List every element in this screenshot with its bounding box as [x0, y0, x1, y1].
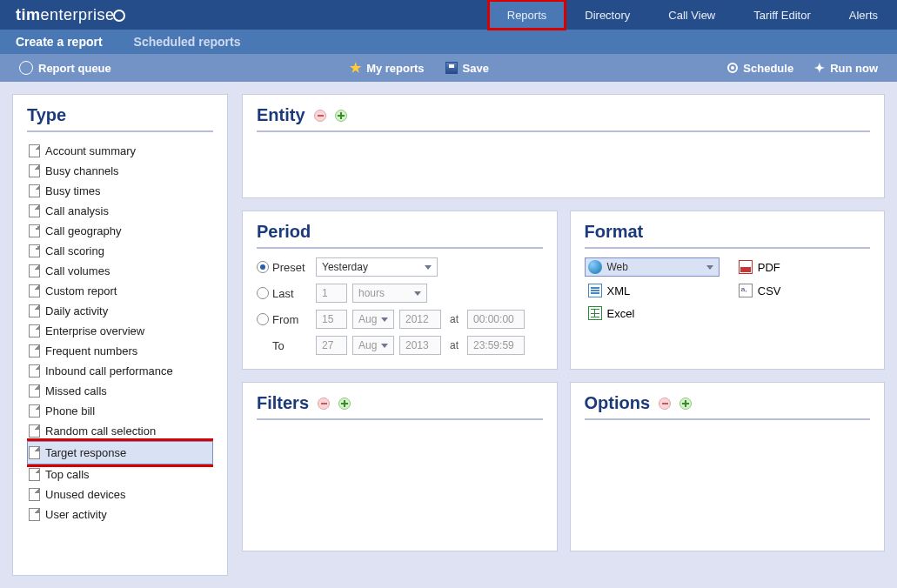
type-list[interactable]: Account summaryBusy channelsBusy timesCa… — [27, 141, 213, 560]
document-icon — [29, 244, 40, 257]
top-tab-alerts[interactable]: Alerts — [830, 0, 897, 30]
schedule-button[interactable]: Schedule — [720, 62, 800, 75]
excel-icon — [588, 306, 602, 320]
type-item-inbound-call-performance[interactable]: Inbound call performance — [27, 361, 213, 381]
type-item-frequent-numbers[interactable]: Frequent numbers — [27, 341, 213, 361]
remove-icon[interactable] — [659, 398, 671, 410]
format-pdf[interactable]: PDF — [735, 257, 870, 277]
format-label: XML — [607, 284, 631, 297]
period-format-row: Period Preset Yesterday Last 1 hours — [242, 210, 885, 370]
web-icon — [588, 260, 602, 274]
type-item-label: Call scoring — [45, 244, 104, 257]
type-item-unused-devices[interactable]: Unused devices — [27, 484, 213, 504]
remove-icon[interactable] — [318, 398, 330, 410]
period-last-unit[interactable]: hours — [352, 284, 427, 303]
report-queue-button[interactable]: Report queue — [12, 61, 118, 75]
type-item-call-volumes[interactable]: Call volumes — [27, 261, 213, 281]
type-item-label: Custom report — [45, 284, 117, 297]
type-item-enterprise-overview[interactable]: Enterprise overview — [27, 321, 213, 341]
sub-tab-create-a-report[interactable]: Create a report — [0, 30, 118, 54]
type-item-label: Frequent numbers — [45, 344, 137, 357]
from-day[interactable]: 15 — [316, 310, 347, 329]
type-item-label: Random call selection — [45, 424, 156, 438]
options-header: Options — [585, 393, 871, 420]
period-from-radio[interactable] — [257, 313, 269, 325]
type-item-call-analysis[interactable]: Call analysis — [27, 201, 213, 221]
type-item-label: User activity — [45, 508, 107, 521]
my-reports-button[interactable]: ★ My reports — [343, 60, 431, 76]
to-month[interactable]: Aug — [352, 336, 394, 355]
toolbar: Report queue ★ My reports Save Schedule … — [0, 54, 897, 82]
from-time[interactable]: 00:00:00 — [467, 310, 525, 329]
format-label: Web — [607, 261, 628, 273]
type-item-call-geography[interactable]: Call geography — [27, 221, 213, 241]
period-last-radio[interactable] — [257, 287, 269, 299]
type-item-busy-times[interactable]: Busy times — [27, 181, 213, 201]
to-at: at — [446, 339, 462, 351]
type-item-label: Call analysis — [45, 204, 109, 217]
document-icon — [29, 264, 40, 277]
type-item-custom-report[interactable]: Custom report — [27, 281, 213, 301]
top-tab-tariff-editor[interactable]: Tariff Editor — [734, 0, 830, 30]
to-time[interactable]: 23:59:59 — [467, 336, 525, 355]
type-item-call-scoring[interactable]: Call scoring — [27, 241, 213, 261]
brand-bold: tim — [16, 6, 41, 23]
filters-options-row: Filters Options — [242, 382, 885, 551]
brand-light: enterprise — [41, 6, 115, 23]
type-item-target-response[interactable]: Target response — [27, 441, 213, 464]
period-preset-select[interactable]: Yesterday — [316, 257, 438, 277]
type-item-missed-calls[interactable]: Missed calls — [27, 381, 213, 401]
type-item-daily-activity[interactable]: Daily activity — [27, 301, 213, 321]
entity-header: Entity — [257, 105, 870, 132]
format-panel: Format WebPDFXMLCSVExcel — [570, 210, 886, 370]
top-tab-call-view[interactable]: Call View — [649, 0, 734, 30]
report-queue-label: Report queue — [38, 62, 111, 75]
type-item-label: Busy times — [45, 184, 101, 197]
type-item-label: Phone bill — [45, 404, 95, 418]
content-area: Entity Period Preset Yesterday Last — [242, 94, 885, 576]
sub-navbar: Create a reportScheduled reports — [0, 30, 897, 54]
period-header: Period — [257, 222, 543, 249]
type-item-phone-bill[interactable]: Phone bill — [27, 401, 213, 421]
brand-oval-icon — [113, 10, 125, 22]
top-tab-directory[interactable]: Directory — [566, 0, 649, 30]
from-month[interactable]: Aug — [352, 310, 394, 329]
my-reports-label: My reports — [366, 62, 424, 75]
format-excel[interactable]: Excel — [585, 304, 720, 322]
brand-logo: timenterprise — [0, 6, 141, 24]
document-icon — [29, 164, 40, 177]
add-icon[interactable] — [335, 110, 347, 122]
type-item-account-summary[interactable]: Account summary — [27, 141, 213, 161]
save-button[interactable]: Save — [438, 62, 496, 75]
period-title: Period — [257, 222, 311, 242]
add-icon[interactable] — [679, 398, 692, 410]
format-header: Format — [585, 222, 871, 249]
type-item-user-activity[interactable]: User activity — [27, 504, 213, 525]
star-icon: ★ — [350, 60, 361, 76]
format-xml[interactable]: XML — [585, 282, 720, 299]
entity-panel: Entity — [242, 94, 885, 198]
add-icon[interactable] — [338, 398, 351, 410]
type-item-random-call-selection[interactable]: Random call selection — [27, 421, 213, 441]
queue-icon — [19, 61, 33, 75]
clock-icon — [727, 63, 738, 73]
from-year[interactable]: 2012 — [399, 310, 441, 329]
period-last-qty[interactable]: 1 — [316, 284, 347, 303]
remove-icon[interactable] — [314, 110, 326, 122]
options-title: Options — [585, 393, 651, 413]
format-grid: WebPDFXMLCSVExcel — [585, 257, 871, 322]
format-web[interactable]: Web — [585, 257, 720, 277]
document-icon — [29, 304, 40, 317]
to-year[interactable]: 2013 — [399, 336, 441, 355]
format-csv[interactable]: CSV — [735, 282, 870, 299]
top-tab-reports[interactable]: Reports — [488, 0, 566, 30]
document-icon — [29, 184, 40, 197]
run-now-button[interactable]: ✦ Run now — [807, 61, 885, 75]
period-preset-radio[interactable] — [257, 261, 269, 273]
to-day[interactable]: 27 — [316, 336, 347, 355]
type-item-busy-channels[interactable]: Busy channels — [27, 161, 213, 181]
document-icon — [29, 468, 40, 481]
type-item-top-calls[interactable]: Top calls — [27, 464, 213, 484]
type-panel-header: Type — [27, 105, 213, 132]
sub-tab-scheduled-reports[interactable]: Scheduled reports — [118, 30, 257, 54]
